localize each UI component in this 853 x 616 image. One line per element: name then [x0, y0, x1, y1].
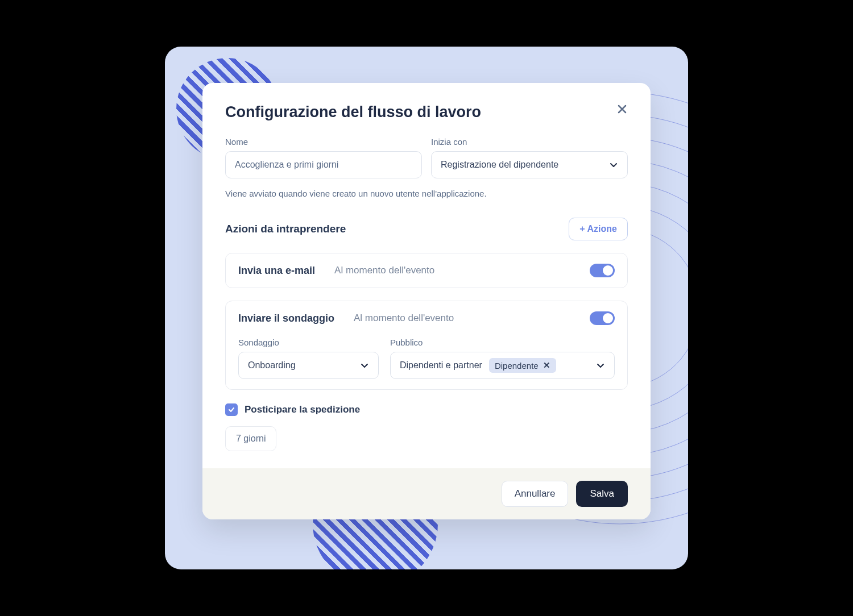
chip-label: Dipendente: [495, 361, 539, 371]
toggle-knob: [603, 313, 613, 323]
postpone-checkbox[interactable]: [225, 403, 238, 416]
chevron-down-icon: [596, 361, 605, 370]
audience-select[interactable]: Dipendenti e partner Dipendente ✕: [390, 352, 615, 379]
action-name: Inviare il sondaggio: [238, 313, 334, 324]
postpone-label: Posticipare la spedizione: [245, 404, 360, 415]
survey-label: Sondaggio: [238, 338, 379, 347]
delay-input[interactable]: 7 giorni: [225, 426, 276, 451]
chip-remove-icon[interactable]: ✕: [543, 360, 550, 371]
page-background: Configurazione del flusso di lavoro Nome…: [165, 47, 688, 569]
action-toggle[interactable]: [590, 311, 615, 325]
action-card-email: Invia una e-mail Al momento dell'evento: [225, 253, 628, 288]
chevron-down-icon: [609, 160, 618, 169]
survey-select[interactable]: Onboarding: [238, 352, 379, 379]
action-card-survey: Inviare il sondaggio Al momento dell'eve…: [225, 301, 628, 390]
audience-text: Dipendenti e partner: [400, 360, 482, 371]
name-label: Nome: [225, 137, 422, 147]
name-input[interactable]: Accoglienza e primi giorni: [225, 151, 422, 178]
action-timing: Al momento dell'evento: [354, 313, 570, 324]
audience-chip: Dipendente ✕: [489, 358, 556, 373]
starts-with-value: Registrazione del dipendente: [441, 160, 558, 170]
modal-footer: Annullare Salva: [202, 468, 651, 519]
audience-label: Pubblico: [390, 338, 615, 347]
save-button[interactable]: Salva: [576, 481, 628, 507]
close-button[interactable]: [616, 103, 628, 116]
survey-value: Onboarding: [248, 360, 296, 371]
workflow-config-modal: Configurazione del flusso di lavoro Nome…: [202, 83, 651, 519]
helper-text: Viene avviato quando viene creato un nuo…: [225, 189, 628, 198]
check-icon: [227, 406, 235, 414]
action-timing: Al momento dell'evento: [334, 265, 570, 276]
starts-with-label: Inizia con: [431, 137, 628, 147]
action-name: Invia una e-mail: [238, 265, 315, 277]
action-toggle[interactable]: [590, 264, 615, 277]
delay-value: 7 giorni: [236, 434, 266, 443]
cancel-button[interactable]: Annullare: [502, 481, 569, 507]
toggle-knob: [603, 265, 613, 276]
close-icon: [616, 103, 628, 115]
add-action-button[interactable]: + Azione: [569, 218, 628, 240]
modal-title: Configurazione del flusso di lavoro: [225, 103, 481, 121]
name-value: Accoglienza e primi giorni: [235, 160, 338, 170]
chevron-down-icon: [360, 361, 369, 370]
actions-section-title: Azioni da intraprendere: [225, 223, 346, 235]
starts-with-select[interactable]: Registrazione del dipendente: [431, 151, 628, 178]
